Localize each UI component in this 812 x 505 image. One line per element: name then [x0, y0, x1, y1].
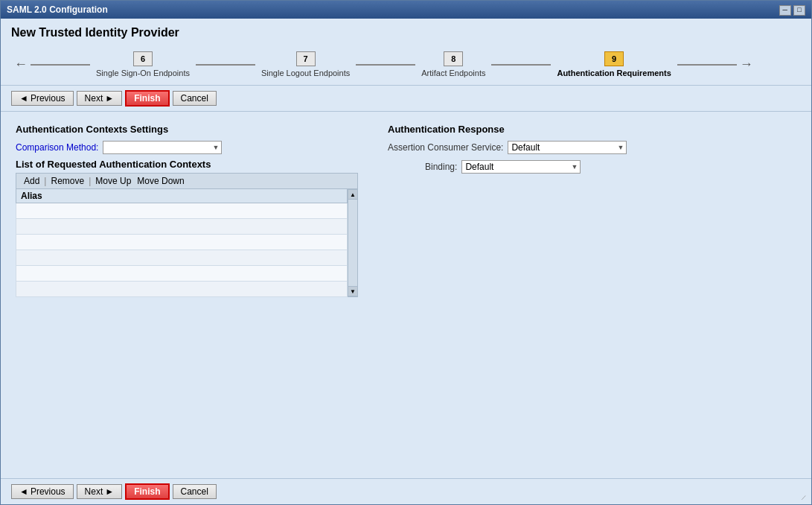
main-content: New Trusted Identity Provider ← 6 Single… — [1, 19, 811, 504]
binding-label: Binding: — [425, 162, 457, 172]
move-up-button[interactable]: Move Up — [92, 175, 134, 187]
step-label-9: Authentication Requirements — [557, 69, 671, 77]
comparison-method-select[interactable] — [103, 141, 222, 154]
table-row — [16, 250, 348, 266]
separator-2: | — [89, 176, 91, 186]
auth-contexts-title: Authentication Contexts Settings — [16, 124, 358, 135]
comparison-method-select-wrapper — [103, 141, 222, 154]
step-label-7: Single Logout Endpoints — [261, 69, 350, 77]
right-panel: Authentication Response Assertion Consum… — [388, 124, 796, 297]
binding-select[interactable]: Default — [461, 160, 581, 174]
title-bar: SAML 2.0 Configuration ─ □ — [1, 1, 811, 19]
next-arrow-icon: ► — [105, 93, 114, 104]
remove-button[interactable]: Remove — [48, 175, 87, 187]
add-button[interactable]: Add — [21, 175, 42, 187]
separator-1: | — [44, 176, 46, 186]
resize-handle[interactable]: ⟋ — [800, 493, 811, 504]
bottom-cancel-button[interactable]: Cancel — [173, 484, 217, 499]
scroll-down-button[interactable]: ▼ — [348, 286, 358, 296]
scroll-up-button[interactable]: ▲ — [348, 189, 358, 200]
wizard-step-6: 6 Single Sign-On Endpoints — [96, 51, 190, 77]
spacer — [1, 309, 811, 478]
table-row — [16, 203, 348, 219]
step-number-7: 7 — [296, 51, 316, 66]
content-area: Authentication Contexts Settings Compari… — [1, 112, 811, 309]
top-previous-button[interactable]: ◄ Previous — [11, 91, 74, 106]
step-label-8: Artifact Endpoints — [421, 69, 485, 77]
wizard-line-4 — [491, 64, 551, 66]
list-toolbar: Add | Remove | Move Up Move Down — [16, 173, 358, 188]
table-row — [16, 219, 348, 235]
wizard-step-9: 9 Authentication Requirements — [557, 51, 671, 77]
top-toolbar: ◄ Previous Next ► Finish Cancel — [1, 86, 811, 112]
binding-select-wrapper: Default — [461, 160, 581, 174]
prev-arrow-icon: ◄ — [19, 93, 28, 104]
page-header: New Trusted Identity Provider ← 6 Single… — [1, 19, 811, 86]
right-arrow-icon: → — [740, 57, 753, 72]
assertion-consumer-select[interactable]: Default — [508, 141, 627, 154]
window-controls: ─ □ — [779, 4, 805, 16]
bottom-next-arrow-icon: ► — [105, 486, 114, 497]
auth-contexts-table: Alias — [16, 188, 348, 297]
page-title: New Trusted Identity Provider — [11, 26, 801, 39]
window-title: SAML 2.0 Configuration — [7, 4, 108, 15]
assertion-consumer-label: Assertion Consumer Service: — [388, 142, 503, 153]
assertion-consumer-select-wrapper: Default — [508, 141, 627, 154]
table-scrollbar[interactable]: ▲ ▼ — [348, 188, 358, 297]
move-down-button[interactable]: Move Down — [134, 175, 187, 187]
wizard-step-7: 7 Single Logout Endpoints — [261, 51, 350, 77]
minimize-button[interactable]: ─ — [779, 5, 791, 16]
bottom-prev-arrow-icon: ◄ — [19, 486, 28, 497]
wizard-line-1 — [31, 64, 90, 66]
binding-row: Binding: Default — [388, 160, 796, 174]
wizard-step-8: 8 Artifact Endpoints — [421, 51, 485, 77]
comparison-method-row: Comparison Method: — [16, 141, 358, 154]
alias-column-header: Alias — [16, 189, 348, 203]
auth-response-title: Authentication Response — [388, 124, 796, 135]
left-arrow-icon: ← — [14, 57, 28, 72]
list-section-title: List of Requested Authentication Context… — [16, 159, 358, 170]
bottom-previous-button[interactable]: ◄ Previous — [11, 484, 74, 499]
wizard-line-2 — [196, 64, 255, 66]
left-panel: Authentication Contexts Settings Compari… — [16, 124, 358, 297]
top-finish-button[interactable]: Finish — [125, 90, 169, 107]
wizard-line-5 — [677, 64, 737, 66]
bottom-finish-button[interactable]: Finish — [125, 483, 169, 500]
wizard-line-3 — [356, 64, 415, 66]
table-wrapper: Alias — [16, 188, 358, 297]
comparison-method-label: Comparison Method: — [16, 142, 98, 153]
step-number-9: 9 — [604, 51, 624, 66]
step-number-8: 8 — [444, 51, 463, 66]
top-cancel-button[interactable]: Cancel — [173, 91, 217, 106]
step-number-6: 6 — [133, 51, 153, 66]
assertion-consumer-row: Assertion Consumer Service: Default — [388, 141, 796, 154]
table-row — [16, 266, 348, 282]
footer-toolbar: ◄ Previous Next ► Finish Cancel — [1, 478, 811, 504]
bottom-next-button[interactable]: Next ► — [77, 484, 123, 499]
maximize-button[interactable]: □ — [793, 5, 805, 16]
step-label-6: Single Sign-On Endpoints — [96, 69, 190, 77]
top-next-button[interactable]: Next ► — [77, 91, 123, 106]
wizard-steps: ← 6 Single Sign-On Endpoints 7 Single Lo… — [11, 47, 801, 80]
table-row — [16, 235, 348, 250]
table-row — [16, 282, 348, 297]
